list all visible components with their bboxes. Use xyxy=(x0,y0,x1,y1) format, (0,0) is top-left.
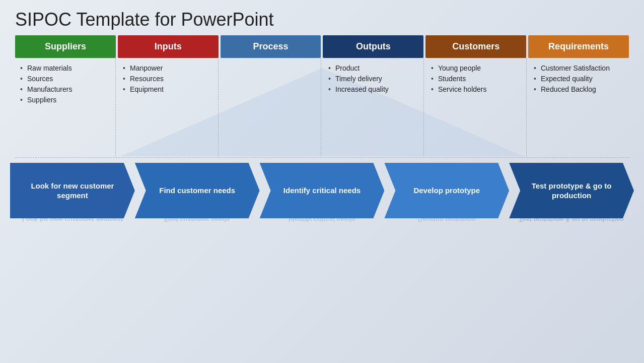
col-item: Customer Satisfaction xyxy=(534,63,626,74)
reflection-area: Look for new customer segmentFind custom… xyxy=(10,218,634,238)
col-item: Increased quality xyxy=(328,84,420,95)
header-requirements: Requirements xyxy=(528,35,629,58)
col-item: Manpower xyxy=(123,63,215,74)
chevron-wrap-5: Test prototype & go to production xyxy=(509,163,634,218)
col-customers: Young peopleStudentsService holders xyxy=(426,58,527,156)
chevron-step-5: Test prototype & go to production xyxy=(509,163,634,218)
col-outputs: ProductTimely deliveryIncreased quality xyxy=(323,58,424,156)
col-suppliers: Raw materialsSourcesManufacturersSupplie… xyxy=(15,58,116,156)
sipoc-headers: SuppliersInputsProcessOutputsCustomersRe… xyxy=(15,35,629,58)
process-steps: Look for new customer segmentFind custom… xyxy=(10,163,634,218)
col-item: Resources xyxy=(123,74,215,84)
chevron-step-1: Look for new customer segment xyxy=(10,163,135,218)
col-inputs: ManpowerResourcesEquipment xyxy=(118,58,219,156)
reflection-item-4: Develop prototype xyxy=(384,218,509,238)
col-item: Timely delivery xyxy=(328,74,420,84)
col-item: Manufacturers xyxy=(20,84,112,95)
chevron-step-3: Identify critical needs xyxy=(260,163,385,218)
header-outputs: Outputs xyxy=(323,35,423,58)
sipoc-table: SuppliersInputsProcessOutputsCustomersRe… xyxy=(15,35,629,156)
reflection-item-1: Look for new customer segment xyxy=(10,218,135,238)
sipoc-content-area: Raw materialsSourcesManufacturersSupplie… xyxy=(15,58,629,156)
col-item: Young people xyxy=(431,63,523,74)
col-process xyxy=(221,58,321,156)
section-divider xyxy=(15,157,629,158)
chevron-wrap-3: Identify critical needs xyxy=(260,163,385,218)
reflection-item-5: Test prototype & go to production xyxy=(509,218,634,238)
col-item: Students xyxy=(431,74,523,84)
chevron-step-4: Develop prototype xyxy=(384,163,509,218)
page-title: SIPOC Template for PowerPoint xyxy=(0,0,644,35)
chevron-step-2: Find customer needs xyxy=(135,163,260,218)
col-item: Reduced Backlog xyxy=(534,84,626,95)
header-inputs: Inputs xyxy=(118,35,219,58)
col-item: Sources xyxy=(20,74,112,84)
header-process: Process xyxy=(221,35,321,58)
col-item: Service holders xyxy=(431,84,523,95)
header-suppliers: Suppliers xyxy=(15,35,116,58)
reflection-item-3: Identify critical needs xyxy=(260,218,385,238)
chevron-wrap-1: Look for new customer segment xyxy=(10,163,135,218)
reflection-item-2: Find customer needs xyxy=(135,218,260,238)
col-item: Equipment xyxy=(123,84,215,95)
col-requirements: Customer SatisfactionExpected qualityRed… xyxy=(529,58,629,156)
col-item: Raw materials xyxy=(20,63,112,74)
col-item: Product xyxy=(328,63,420,74)
chevron-wrap-2: Find customer needs xyxy=(135,163,260,218)
chevron-wrap-4: Develop prototype xyxy=(384,163,509,218)
col-item: Suppliers xyxy=(20,95,112,105)
col-item: Expected quality xyxy=(534,74,626,84)
header-customers: Customers xyxy=(425,35,526,58)
